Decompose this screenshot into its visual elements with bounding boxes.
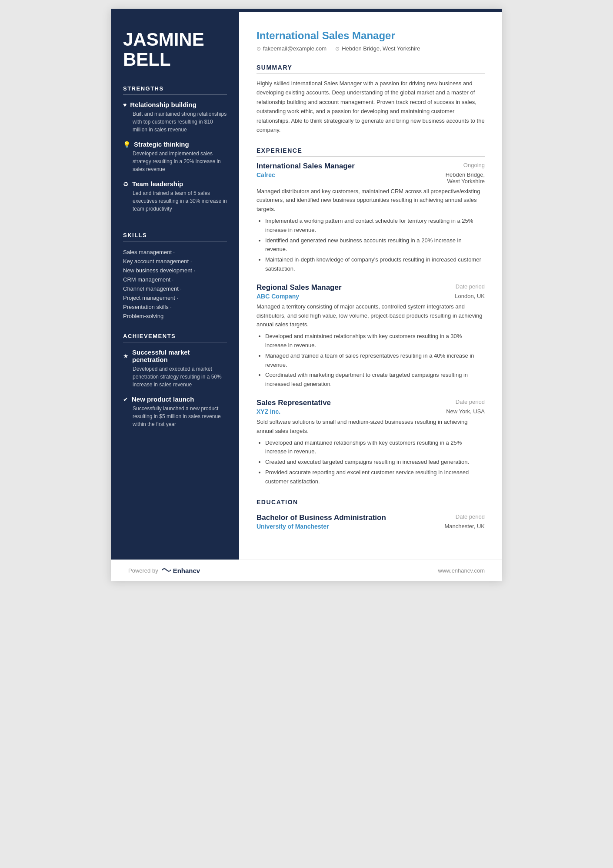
email-icon: ⊙ [257,46,261,52]
edu-header-row-1: Bachelor of Business Administration Date… [257,513,485,522]
strength-header-1: ♥ Relationship building [123,101,227,108]
skill-item-8: Problem-solving [123,312,227,321]
last-name: BELL [123,50,227,70]
email-text: fakeemail@example.com [263,45,326,52]
achievement-desc-2: Successfully launched a new product resu… [123,405,227,428]
exp-bullet-3-2: Created and executed targeted campaigns … [265,458,485,467]
experience-label: EXPERIENCE [257,147,485,157]
exp-date-1: Ongoing [463,162,485,168]
exp-bullets-3: Developed and maintained relationships w… [257,439,485,486]
skill-item-7: Presentation skills · [123,302,227,312]
main-content: International Sales Manager ⊙ fakeemail@… [239,12,502,560]
location-icon: ⊙ [335,46,340,52]
exp-desc-3: Sold software solutions to small and med… [257,418,485,436]
edu-degree-1: Bachelor of Business Administration [257,513,386,522]
achievements-title: ACHIEVEMENTS [123,333,227,342]
exp-bullet-1-3: Maintained in-depth knowledge of company… [265,255,485,274]
resume-wrapper: JASMINE BELL STRENGTHS ♥ Relationship bu… [111,9,502,581]
exp-bullet-1-1: Implemented a working pattern and contac… [265,217,485,235]
exp-job-title-2: Regional Sales Manager [257,283,342,292]
edu-location-1: Manchester, UK [445,523,485,530]
strength-desc-1: Built and maintained strong relationship… [123,110,227,134]
achievement-item-1: ★ Successful market penetration Develope… [123,349,227,389]
exp-company-2: ABC Company [257,293,299,300]
sidebar: JASMINE BELL STRENGTHS ♥ Relationship bu… [111,12,239,560]
education-section: EDUCATION Bachelor of Business Administr… [257,499,485,530]
achievement-title-1: Successful market penetration [132,349,227,363]
footer-website: www.enhancv.com [438,567,485,574]
exp-job-title-1: International Sales Manager [257,162,355,171]
experience-section: EXPERIENCE International Sales Manager O… [257,147,485,486]
achievement-header-2: ✔ New product launch [123,395,227,403]
strengths-section: STRENGTHS ♥ Relationship building Built … [123,85,227,220]
enhancv-logo-icon [162,566,171,575]
strengths-title: STRENGTHS [123,85,227,95]
lightbulb-icon: 💡 [123,141,130,148]
achievement-desc-1: Developed and executed a market penetrat… [123,365,227,389]
education-label: EDUCATION [257,499,485,508]
checkmark-icon: ✔ [123,396,128,403]
top-bar [111,9,502,12]
exp-header-row-1: International Sales Manager Ongoing [257,162,485,171]
skill-item-6: Project management · [123,293,227,302]
exp-entry-2: Regional Sales Manager Date period ABC C… [257,283,485,389]
exp-date-2: Date period [456,283,485,290]
strength-title-1: Relationship building [130,101,197,108]
exp-company-row-1: Calrec Hebden Bridge,West Yorkshire [257,171,485,184]
strength-header-3: ♻ Team leadership [123,180,227,188]
skill-item-1: Sales management · [123,248,227,257]
footer-left: Powered by Enhancv [128,566,200,575]
exp-bullet-3-3: Provided accurate reporting and excellen… [265,468,485,486]
exp-location-3: New York, USA [446,408,485,415]
strength-item-1: ♥ Relationship building Built and mainta… [123,101,227,134]
strength-item-3: ♻ Team leadership Led and trained a team… [123,180,227,213]
exp-company-row-2: ABC Company London, UK [257,293,485,300]
edu-school-1: University of Manchester [257,523,329,530]
achievement-item-2: ✔ New product launch Successfully launch… [123,395,227,428]
strength-item-2: 💡 Strategic thinking Developed and imple… [123,141,227,173]
exp-bullet-2-2: Managed and trained a team of sales repr… [265,352,485,370]
brand-name: Enhancv [173,567,200,574]
summary-text: Highly skilled International Sales Manag… [257,79,485,135]
exp-bullet-2-3: Coordinated with marketing department to… [265,371,485,389]
strength-title-3: Team leadership [132,180,183,188]
exp-entry-3: Sales Representative Date period XYZ Inc… [257,399,485,486]
strength-desc-2: Developed and implemented sales strategy… [123,150,227,173]
powered-by-label: Powered by [128,567,158,574]
heart-icon: ♥ [123,101,127,108]
location-text: Hebden Bridge, West Yorkshire [342,45,420,52]
strength-desc-3: Led and trained a team of 5 sales execut… [123,189,227,213]
first-name: JASMINE [123,30,227,50]
name-block: JASMINE BELL [123,30,227,70]
edu-entry-1: Bachelor of Business Administration Date… [257,513,485,530]
strength-title-2: Strategic thinking [134,141,189,148]
exp-desc-2: Managed a territory consisting of major … [257,302,485,329]
exp-location-2: London, UK [455,293,485,299]
achievement-header-1: ★ Successful market penetration [123,349,227,363]
star-icon: ★ [123,352,129,359]
exp-date-3: Date period [456,399,485,405]
exp-company-3: XYZ Inc. [257,408,280,415]
exp-entry-1: International Sales Manager Ongoing Calr… [257,162,485,274]
location-contact: ⊙ Hebden Bridge, West Yorkshire [335,45,420,52]
skills-title: SKILLS [123,232,227,241]
exp-header-row-2: Regional Sales Manager Date period [257,283,485,292]
exp-bullets-2: Developed and maintained relationships w… [257,332,485,389]
exp-location-1: Hebden Bridge,West Yorkshire [446,171,485,184]
skills-section: SKILLS Sales management · Key account ma… [123,232,227,321]
achievement-title-2: New product launch [132,395,194,403]
exp-bullet-2-1: Developed and maintained relationships w… [265,332,485,350]
skill-item-3: New business development · [123,266,227,275]
exp-company-row-3: XYZ Inc. New York, USA [257,408,485,415]
strength-header-2: 💡 Strategic thinking [123,141,227,148]
team-icon: ♻ [123,181,129,188]
contact-line: ⊙ fakeemail@example.com ⊙ Hebden Bridge,… [257,45,485,52]
job-title: International Sales Manager [257,30,485,42]
exp-desc-1: Managed distributors and key customers, … [257,187,485,214]
edu-school-row-1: University of Manchester Manchester, UK [257,523,485,530]
exp-job-title-3: Sales Representative [257,399,331,407]
exp-header-row-3: Sales Representative Date period [257,399,485,407]
resume-body: JASMINE BELL STRENGTHS ♥ Relationship bu… [111,12,502,560]
exp-bullet-3-1: Developed and maintained relationships w… [265,439,485,457]
achievements-section: ACHIEVEMENTS ★ Successful market penetra… [123,333,227,435]
